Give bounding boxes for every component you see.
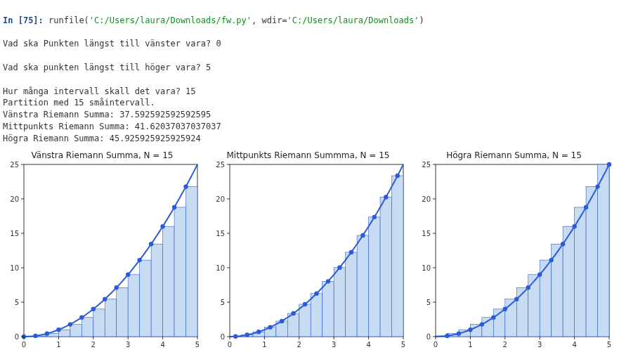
svg-point-137 (572, 224, 576, 228)
console-line: Vänstra Riemann Summa: 37.59259259259259… (3, 110, 211, 119)
svg-text:15: 15 (10, 229, 19, 237)
svg-point-130 (491, 315, 495, 319)
svg-text:5: 5 (195, 341, 200, 349)
svg-text:5: 5 (15, 298, 19, 306)
console-line: Vad ska Punkten längst till vänster vara… (3, 39, 221, 48)
chart-svg: 0123450510152025 (209, 150, 408, 352)
svg-point-83 (372, 214, 377, 219)
svg-rect-70 (392, 176, 403, 337)
svg-text:4: 4 (572, 341, 576, 349)
svg-point-134 (537, 272, 542, 276)
svg-point-28 (160, 224, 164, 228)
svg-point-140 (607, 162, 611, 166)
svg-text:20: 20 (216, 195, 225, 202)
svg-point-17 (33, 333, 37, 337)
svg-text:15: 15 (216, 229, 225, 237)
svg-rect-15 (186, 186, 197, 336)
svg-text:5: 5 (426, 298, 431, 306)
svg-point-135 (549, 257, 553, 261)
charts-row: Vänstra Riemann Summa, N = 15 0123450510… (0, 150, 619, 352)
svg-rect-118 (516, 287, 528, 337)
svg-rect-63 (311, 293, 322, 336)
code-sep: , wdir= (252, 15, 287, 25)
console-line: Partition med 15 småintervall. (3, 98, 155, 108)
svg-text:15: 15 (422, 229, 431, 237)
svg-point-20 (68, 322, 72, 326)
code-arg1: 'C:/Users/laura/Downloads/fw.py' (89, 15, 252, 25)
svg-point-24 (115, 285, 119, 290)
svg-text:0: 0 (15, 332, 19, 340)
svg-rect-6 (82, 317, 93, 336)
svg-text:4: 4 (366, 341, 370, 349)
svg-point-25 (126, 272, 130, 276)
svg-text:0: 0 (221, 332, 225, 340)
svg-point-129 (480, 322, 484, 326)
svg-rect-12 (151, 244, 162, 337)
svg-rect-124 (586, 186, 597, 336)
svg-text:20: 20 (10, 195, 19, 202)
svg-point-81 (349, 249, 353, 254)
svg-text:5: 5 (401, 341, 405, 349)
svg-text:10: 10 (216, 264, 225, 271)
svg-text:4: 4 (160, 341, 164, 349)
svg-text:20: 20 (422, 195, 431, 202)
svg-point-126 (445, 333, 449, 337)
chart-title: Mittpunkts Riemann Summma, N = 15 (209, 150, 408, 160)
svg-rect-119 (528, 274, 540, 336)
svg-text:0: 0 (426, 332, 431, 340)
svg-point-138 (584, 204, 588, 209)
svg-point-75 (280, 318, 284, 323)
svg-rect-14 (174, 207, 185, 337)
svg-text:10: 10 (422, 264, 431, 271)
svg-text:10: 10 (10, 264, 19, 271)
code-call: runfile( (48, 15, 89, 25)
svg-point-26 (137, 257, 141, 261)
svg-rect-69 (380, 197, 391, 336)
svg-point-82 (360, 233, 365, 237)
chart-title: Högra Riemann Summa, N = 15 (415, 150, 613, 160)
svg-point-78 (314, 291, 318, 295)
console-line: Mittpunkts Riemann Summa: 41.62037037037… (3, 122, 221, 131)
prompt-number: 75 (23, 15, 33, 25)
svg-rect-125 (598, 164, 609, 337)
svg-point-73 (256, 330, 261, 334)
console-line: Vad ska punkten längst till höger vara? … (3, 63, 211, 72)
svg-text:3: 3 (332, 341, 336, 349)
svg-point-85 (396, 173, 400, 177)
chart-right-riemann: Högra Riemann Summa, N = 15 012345051015… (415, 150, 613, 352)
svg-text:1: 1 (262, 341, 266, 349)
svg-point-131 (503, 306, 507, 311)
svg-rect-62 (299, 304, 311, 337)
chart-left-riemann: Vänstra Riemann Summa, N = 15 0123450510… (3, 150, 202, 352)
svg-point-133 (526, 285, 530, 290)
svg-text:0: 0 (228, 341, 232, 349)
svg-point-27 (149, 242, 153, 246)
prompt-close: ]: (33, 15, 48, 25)
svg-rect-66 (346, 252, 357, 337)
svg-point-22 (91, 306, 96, 311)
svg-point-76 (291, 311, 295, 315)
svg-point-127 (457, 331, 461, 335)
svg-rect-7 (93, 308, 105, 336)
svg-point-132 (514, 297, 519, 301)
svg-point-128 (468, 327, 472, 332)
svg-rect-64 (322, 281, 334, 337)
svg-point-29 (172, 204, 176, 209)
svg-text:1: 1 (468, 341, 472, 349)
chart-svg: 0123450510152025 (415, 150, 613, 352)
svg-point-18 (45, 331, 49, 335)
svg-text:0: 0 (434, 341, 438, 349)
svg-point-72 (245, 332, 249, 337)
svg-text:2: 2 (297, 341, 301, 349)
svg-point-139 (595, 184, 599, 188)
chart-svg: 0123450510152025 (3, 150, 202, 352)
console-output: In [75]: runfile('C:/Users/laura/Downloa… (0, 0, 619, 150)
svg-text:3: 3 (537, 341, 542, 349)
svg-point-79 (326, 279, 330, 283)
svg-text:25: 25 (216, 160, 225, 168)
code-close: ) (419, 15, 424, 25)
svg-rect-9 (117, 287, 128, 337)
svg-rect-8 (105, 299, 116, 336)
svg-point-84 (384, 195, 388, 199)
svg-point-71 (233, 334, 237, 338)
